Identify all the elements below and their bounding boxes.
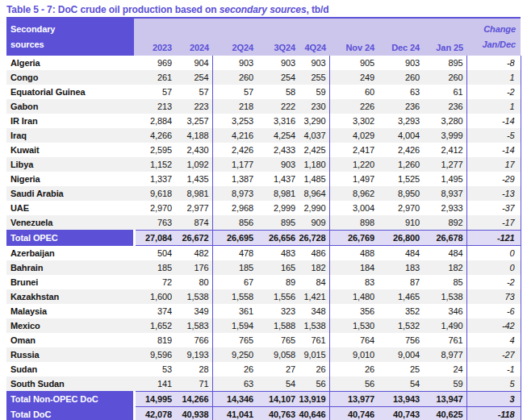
value-cell: 1,588 (257, 318, 299, 333)
value-cell: 504 (134, 246, 175, 261)
value-cell: 54 (378, 376, 423, 392)
value-cell: 59 (423, 376, 466, 392)
value-cell: 27,084 (134, 231, 175, 246)
value-cell: 765 (212, 333, 257, 347)
value-cell: 761 (423, 333, 466, 347)
value-cell: 374 (134, 304, 175, 318)
value-cell: 2,595 (134, 143, 175, 157)
table-title-suffix: , tb/d (306, 4, 328, 15)
value-cell: 1,525 (378, 172, 423, 186)
value-cell: 4,254 (257, 128, 299, 143)
value-cell: 13,919 (299, 392, 329, 407)
value-cell: 1,532 (378, 318, 423, 333)
value-cell: 3,290 (299, 114, 329, 128)
value-cell: 3,280 (423, 114, 466, 128)
value-cell: 2,430 (175, 143, 212, 157)
value-cell: 478 (212, 246, 257, 261)
value-cell: 1,480 (329, 289, 378, 304)
table-row-saudi-arabia: Saudi Arabia9,6188,9818,9738,9818,9648,9… (6, 186, 521, 201)
table-row-iraq: Iraq4,2664,1884,2164,2544,0374,0294,0043… (6, 128, 521, 143)
row-label: Total DoC (6, 407, 134, 420)
row-label: Kuwait (6, 143, 134, 157)
value-cell: 1,152 (134, 157, 175, 172)
value-cell: 236 (378, 99, 423, 114)
value-cell: 26,728 (299, 231, 329, 246)
value-cell: 1,177 (212, 157, 257, 172)
value-cell: 13,947 (423, 392, 466, 407)
value-cell: 895 (257, 215, 299, 231)
header-col-4q24: 4Q24 (299, 19, 329, 56)
change-value: 3 (466, 392, 521, 407)
value-cell: 3,999 (423, 128, 466, 143)
value-cell: 9,250 (212, 347, 257, 362)
table-row-mexico: Mexico1,6521,5831,5941,5881,5381,5301,53… (6, 318, 521, 333)
change-value: -1 (466, 362, 521, 376)
value-cell: 484 (423, 246, 466, 261)
value-cell: 2,933 (423, 201, 466, 215)
value-cell: 8,973 (212, 186, 257, 201)
value-cell: 236 (423, 99, 466, 114)
value-cell: 874 (175, 215, 212, 231)
value-cell: 9,010 (329, 347, 378, 362)
value-cell: 14,346 (212, 392, 257, 407)
table-title-italic: secondary sources (220, 4, 307, 15)
table-row-sudan: Sudan5328262726262524-1 (6, 362, 521, 376)
value-cell: 13,943 (378, 392, 423, 407)
row-label: Equatorial Guinea (6, 85, 134, 99)
value-cell: 4,188 (175, 128, 212, 143)
value-cell: 1,180 (299, 157, 329, 172)
value-cell: 57 (212, 85, 257, 99)
table-row-gabon: Gabon2132232182222302262362361 (6, 99, 521, 114)
value-cell: 905 (329, 56, 378, 70)
value-cell: 4,029 (329, 128, 378, 143)
header-col-dec-24: Dec 24 (378, 19, 423, 56)
value-cell: 1,538 (299, 318, 329, 333)
value-cell: 24 (423, 362, 466, 376)
value-cell: 349 (175, 304, 212, 318)
value-cell: 260 (423, 70, 466, 85)
table-row-uae: UAE2,9702,9772,9682,9992,9903,0042,9702,… (6, 201, 521, 215)
value-cell: 486 (299, 246, 329, 261)
value-cell: 8,981 (175, 186, 212, 201)
value-cell: 756 (378, 333, 423, 347)
value-cell: 2,433 (257, 143, 299, 157)
value-cell: 2,977 (175, 201, 212, 215)
row-label: Russia (6, 347, 134, 362)
value-cell: 1,652 (134, 318, 175, 333)
value-cell: 892 (423, 215, 466, 231)
value-cell: 904 (175, 56, 212, 70)
value-cell: 83 (329, 275, 378, 289)
header-col-change: ChangeJan/Dec (466, 19, 521, 56)
value-cell: 53 (134, 362, 175, 376)
value-cell: 1,387 (212, 172, 257, 186)
value-cell: 226 (329, 99, 378, 114)
value-cell: 488 (329, 246, 378, 261)
value-cell: 903 (212, 56, 257, 70)
change-value: 0 (466, 246, 521, 261)
header-col-2q24: 2Q24 (212, 19, 257, 56)
value-cell: 1,220 (329, 157, 378, 172)
value-cell: 40,938 (175, 407, 212, 420)
value-cell: 54 (257, 376, 299, 392)
value-cell: 1,435 (175, 172, 212, 186)
change-value: -13 (466, 186, 521, 201)
value-cell: 361 (212, 304, 257, 318)
value-cell: 2,999 (257, 201, 299, 215)
value-cell: 1,092 (175, 157, 212, 172)
value-cell: 26 (299, 362, 329, 376)
value-cell: 63 (378, 85, 423, 99)
value-cell: 1,583 (175, 318, 212, 333)
change-value: -29 (466, 172, 521, 186)
value-cell: 8,950 (378, 186, 423, 201)
value-cell: 255 (299, 70, 329, 85)
value-cell: 40,625 (423, 407, 466, 420)
row-label: Congo (6, 70, 134, 85)
table-row-bahrain: Bahrain1851761851651821841831820 (6, 260, 521, 275)
row-label: Mexico (6, 318, 134, 333)
change-value: 17 (466, 157, 521, 172)
value-cell: 766 (175, 333, 212, 347)
value-cell: 260 (212, 70, 257, 85)
value-cell: 26 (212, 362, 257, 376)
value-cell: 218 (212, 99, 257, 114)
value-cell: 84 (299, 275, 329, 289)
